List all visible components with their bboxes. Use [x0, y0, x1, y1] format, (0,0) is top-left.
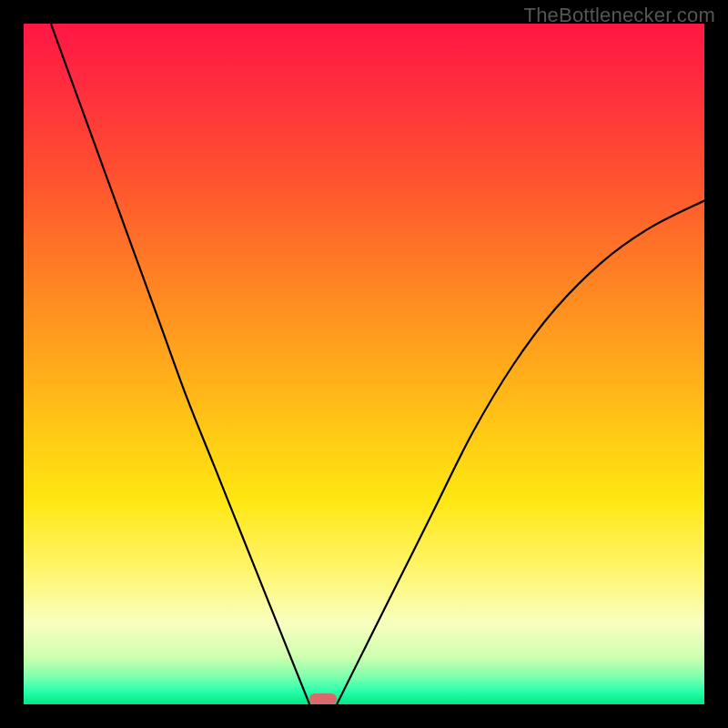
- optimum-marker: [309, 693, 337, 704]
- curve-left: [51, 24, 309, 704]
- curve-right: [337, 200, 704, 704]
- plot-frame: [24, 24, 704, 704]
- watermark-text: TheBottlenecker.com: [524, 4, 715, 27]
- bottleneck-curve: [24, 24, 704, 704]
